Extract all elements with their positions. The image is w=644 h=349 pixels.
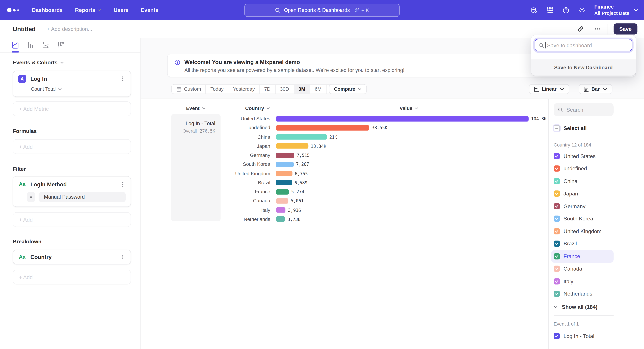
filter-value[interactable]: Manual Password	[38, 192, 126, 202]
mixpanel-logo-icon[interactable]	[7, 8, 19, 12]
copy-link-icon[interactable]	[577, 25, 584, 32]
chart-bar[interactable]	[276, 162, 294, 167]
tab-funnels[interactable]	[26, 41, 34, 49]
chart-bar[interactable]	[276, 153, 294, 158]
country-checkbox[interactable]	[554, 266, 560, 272]
chart-bar[interactable]	[276, 217, 285, 222]
select-all-checkbox[interactable]	[554, 125, 560, 131]
event-series-cell[interactable]: Log In - Total Overall276.5K	[171, 114, 220, 221]
range-today[interactable]: Today	[206, 84, 228, 93]
country-checkbox[interactable]	[554, 166, 560, 172]
kebab-menu-icon[interactable]	[120, 76, 126, 82]
select-all-row[interactable]: Select all	[554, 125, 644, 131]
breakdown-property-name[interactable]: Country	[30, 254, 120, 260]
save-dashboard-search-input[interactable]: Save to dashboard...	[535, 39, 632, 51]
country-filter-row[interactable]: Japan	[551, 187, 614, 200]
chart-bar[interactable]	[276, 143, 308, 149]
range-7d[interactable]: 7D	[260, 84, 276, 93]
country-filter-row[interactable]: South Korea	[551, 212, 614, 225]
save-to-new-dashboard-button[interactable]: Save to New Dashboard	[531, 59, 636, 76]
metric-card[interactable]: A Log In Count Total	[13, 70, 131, 97]
more-options-icon[interactable]	[594, 25, 601, 32]
chart-row: undefined 38.55K	[220, 123, 546, 132]
country-checkbox[interactable]	[554, 216, 560, 222]
tab-flows[interactable]	[42, 41, 50, 49]
add-breakdown-button[interactable]: + Add	[13, 270, 131, 285]
country-checkbox[interactable]	[554, 153, 560, 159]
add-filter-button[interactable]: + Add	[13, 212, 131, 227]
country-filter-row[interactable]: Brazil	[551, 238, 614, 250]
country-filter-row[interactable]: China	[551, 175, 614, 187]
filter-card[interactable]: Aa Login Method = Manual Password	[13, 176, 131, 207]
scale-selector-button[interactable]: Linear	[529, 84, 569, 94]
range-custom[interactable]: Custom	[172, 84, 206, 93]
chart-bar[interactable]	[276, 207, 286, 213]
events-cohorts-header[interactable]: Events & Cohorts	[13, 59, 131, 66]
country-checkbox[interactable]	[554, 241, 560, 247]
apps-grid-icon[interactable]	[546, 6, 554, 14]
legend-search-input[interactable]: Search	[554, 103, 614, 116]
range-3m[interactable]: 3M	[294, 84, 310, 93]
aggregation-selector[interactable]: Count Total	[31, 86, 126, 92]
nav-users[interactable]: Users	[114, 7, 129, 13]
nav-dashboards[interactable]: Dashboards	[32, 7, 63, 13]
metric-event-name[interactable]: Log In	[30, 76, 120, 82]
event-checkbox[interactable]	[554, 333, 560, 339]
nav-reports[interactable]: Reports	[75, 7, 101, 13]
country-checkbox-label: Germany	[564, 203, 586, 209]
filter-operator[interactable]: =	[27, 192, 35, 202]
chart-bar[interactable]	[276, 180, 292, 185]
range-yesterday[interactable]: Yesterday	[228, 84, 260, 93]
project-switcher[interactable]: Finance All Project Data	[594, 4, 638, 16]
country-checkbox[interactable]	[554, 228, 560, 234]
kebab-menu-icon[interactable]	[120, 254, 126, 260]
add-description[interactable]: + Add description...	[47, 26, 92, 32]
country-checkbox[interactable]	[554, 191, 560, 197]
chart-country-label: France	[220, 189, 276, 195]
nav-events[interactable]: Events	[141, 7, 158, 13]
breakdown-card[interactable]: Aa Country	[13, 250, 131, 264]
country-filter-row[interactable]: France	[551, 250, 614, 263]
chart-row: United Kingdom 6,755	[220, 169, 546, 178]
column-header-country[interactable]: Country	[220, 105, 270, 111]
column-header-event[interactable]: Event	[171, 105, 220, 111]
event-filter-row[interactable]: Log In - Total	[554, 330, 644, 342]
country-filter-row[interactable]: Canada	[551, 263, 614, 275]
kebab-menu-icon[interactable]	[120, 181, 126, 187]
country-filter-row[interactable]: United Kingdom	[551, 225, 614, 238]
global-search-button[interactable]: Open Reports & Dashboards ⌘ + K	[244, 4, 400, 17]
country-filter-row[interactable]: undefined	[551, 162, 614, 175]
chart-bar[interactable]	[276, 125, 370, 131]
country-filter-row[interactable]: Netherlands	[551, 288, 614, 300]
country-filter-row[interactable]: United States	[551, 150, 614, 162]
range-6m[interactable]: 6M	[310, 84, 326, 93]
chart-bar[interactable]	[276, 134, 327, 140]
chart-rows: United States 104.3K undefined 38.55K Ch…	[220, 114, 546, 224]
range-30d[interactable]: 30D	[276, 84, 294, 93]
chart-bar[interactable]	[276, 189, 289, 194]
tab-insights[interactable]	[11, 41, 19, 49]
tab-retention[interactable]	[57, 41, 65, 49]
country-checkbox[interactable]	[554, 253, 560, 259]
add-formula-button[interactable]: + Add	[13, 139, 131, 154]
settings-gear-icon[interactable]	[578, 6, 586, 14]
country-checkbox[interactable]	[554, 203, 560, 209]
data-management-icon[interactable]	[530, 6, 538, 14]
country-checkbox[interactable]	[554, 278, 560, 285]
chart-bar[interactable]	[276, 198, 288, 204]
show-all-button[interactable]: Show all (184)	[554, 304, 644, 310]
add-metric-button[interactable]: + Add Metric	[13, 101, 131, 116]
save-button[interactable]: Save	[614, 23, 638, 34]
chart-bar[interactable]	[276, 116, 528, 121]
compare-button[interactable]: Compare	[329, 84, 367, 94]
country-filter-row[interactable]: Italy	[551, 275, 614, 288]
column-header-value[interactable]: Value	[392, 105, 426, 111]
help-icon[interactable]	[562, 6, 570, 14]
filter-property-name[interactable]: Login Method	[30, 181, 120, 187]
report-title[interactable]: Untitled	[13, 25, 36, 32]
chart-type-button[interactable]: Bar	[579, 84, 612, 94]
country-checkbox[interactable]	[554, 178, 560, 184]
chart-bar[interactable]	[276, 171, 292, 176]
country-filter-row[interactable]: Germany	[551, 200, 614, 213]
country-checkbox[interactable]	[554, 291, 560, 297]
